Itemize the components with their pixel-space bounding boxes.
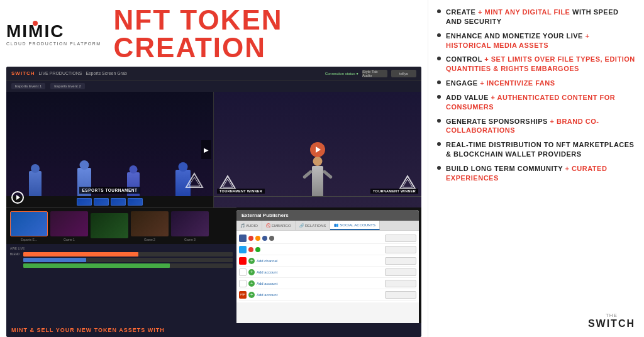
pub-select-4[interactable] xyxy=(385,268,416,276)
bullet-dot-7 xyxy=(437,142,441,146)
bullet-dot-4 xyxy=(437,80,441,84)
bullet-text-4: ENGAGE + INCENTIVIZE FANS xyxy=(446,79,555,88)
header-row: MIMIC CLOUD PRODUCTION PLATFORM NFT TOKE… xyxy=(6,6,421,62)
video-label-winner1: TOURNAMENT WINNER xyxy=(217,189,265,194)
add-channel-btn[interactable]: + xyxy=(248,258,255,264)
account-icon-2 xyxy=(239,280,247,287)
video-label-winner2: TOURNAMENT WINNER xyxy=(370,189,418,194)
pub-tab-embargo[interactable]: 🚫EMBARGO xyxy=(262,221,296,230)
pub-tab-audio[interactable]: 🎵AUDIO xyxy=(236,221,262,230)
breadcrumb-item-1[interactable]: Esports Event 1 xyxy=(11,83,45,89)
add-account-btn-3[interactable]: + xyxy=(248,292,255,298)
bullet-item-1: CREATE + MINT ANY DIGITAL FILE WITH SPEE… xyxy=(437,8,635,26)
bullet-item-3: CONTROL + SET LIMITS OVER FILE TYPES, ED… xyxy=(437,55,635,74)
status-dot-green xyxy=(255,247,260,252)
video-right: TOURNAMENT WINNER TOURNAMENT WINNER xyxy=(214,92,421,207)
add-account-btn-2[interactable]: + xyxy=(248,280,255,287)
status-dot-red-2 xyxy=(248,247,253,252)
pub-select-5[interactable] xyxy=(385,280,416,287)
status-dot-red xyxy=(248,236,253,241)
bullet-item-7: REAL-TIME DISTRIBUTION TO NFT MARKETPLAC… xyxy=(437,140,635,159)
bullet-text-3: CONTROL + SET LIMITS OVER FILE TYPES, ED… xyxy=(446,55,635,74)
add-channel-label[interactable]: Add channel xyxy=(257,259,277,263)
caption-text: MINT & SELL YOUR NEW TOKEN ASSETS WITH xyxy=(11,327,165,333)
pub-row-add-2: + Add account xyxy=(239,278,416,289)
pub-content: + Add channel + Add account xyxy=(236,231,419,302)
bullet-item-6: GENERATE SPONSORSHIPS + BRAND CO-COLLABO… xyxy=(437,117,635,136)
pub-tab-social[interactable]: 👥SOCIAL ACCOUNTS xyxy=(330,221,380,230)
add-account-label-3[interactable]: Add account xyxy=(257,293,277,297)
nav-arrow-left-video[interactable]: ▶ xyxy=(201,140,211,159)
ss-btn1[interactable]: Style Tab Audio xyxy=(362,70,387,77)
thumbnail-2[interactable] xyxy=(50,211,88,236)
pub-select-2[interactable] xyxy=(385,246,416,253)
ss-nav-esports: Esports Screen Grab xyxy=(86,71,126,75)
logo-area: MIMIC CLOUD PRODUCTION PLATFORM xyxy=(6,23,101,46)
ss-topbar: SWITCH LIVE PRODUCTIONS Esports Screen G… xyxy=(6,67,421,80)
logo-dot xyxy=(33,21,38,26)
bullet-text-7: REAL-TIME DISTRIBUTION TO NFT MARKETPLAC… xyxy=(446,140,635,159)
publishers-panel: External Publishers 🎵AUDIO 🚫EMBARGO 🔗REL… xyxy=(236,210,419,323)
video-left: ESPORTS TOURNAMENT ▶ xyxy=(6,92,214,207)
status-dot-other xyxy=(269,236,274,241)
ss-videos: ESPORTS TOURNAMENT ▶ xyxy=(6,92,421,207)
bullet-text-6: GENERATE SPONSORSHIPS + BRAND CO-COLLABO… xyxy=(446,117,635,136)
ftp-icon: FTP xyxy=(239,291,247,299)
tw-icon xyxy=(239,246,247,253)
pub-select-1[interactable] xyxy=(385,235,416,242)
svg-marker-1 xyxy=(189,177,200,186)
pub-row-3: + Add channel xyxy=(239,255,416,267)
pub-row-2 xyxy=(239,244,416,255)
add-account-label-1[interactable]: Add account xyxy=(257,270,277,274)
bullet-text-8: BUILD LONG TERM COMMUNITY + CURATED EXPE… xyxy=(446,164,635,183)
add-account-label-2[interactable]: Add account xyxy=(257,282,277,285)
status-dot-orange xyxy=(255,236,260,241)
bullet-dot-5 xyxy=(437,95,441,99)
screenshot-area: SWITCH LIVE PRODUCTIONS Esports Screen G… xyxy=(6,67,421,337)
ss-logo: SWITCH xyxy=(11,70,35,76)
pub-row-add-3: FTP + Add account xyxy=(239,289,416,301)
breadcrumb-item-2[interactable]: Esports Event 2 xyxy=(50,83,84,89)
bullet-dot-3 xyxy=(437,57,441,60)
logo-sub: CLOUD PRODUCTION PLATFORM xyxy=(6,41,101,46)
bullet-text-5: ADD VALUE + AUTHENTICATED CONTENT FOR CO… xyxy=(446,93,635,112)
ss-nav-live: LIVE PRODUCTIONS xyxy=(39,71,82,75)
pub-tab-relations[interactable]: 🔗RELATIONS xyxy=(296,221,331,230)
add-account-btn-1[interactable]: + xyxy=(248,269,255,275)
timeline-area: AWE LIVE BLEND xyxy=(6,244,236,323)
pub-row-1 xyxy=(239,233,416,244)
left-panel: MIMIC CLOUD PRODUCTION PLATFORM NFT TOKE… xyxy=(0,0,428,337)
fb-icon xyxy=(239,235,247,242)
video-label-esports: ESPORTS TOURNAMENT xyxy=(79,187,141,194)
page-title: NFT TOKEN CREATION xyxy=(114,6,421,62)
pub-header: External Publishers xyxy=(236,210,419,221)
bullet-dot-2 xyxy=(437,33,441,37)
right-panel: CREATE + MINT ANY DIGITAL FILE WITH SPEE… xyxy=(428,0,644,337)
bullet-dot-1 xyxy=(437,9,441,13)
logo-text: MIMIC xyxy=(6,23,64,40)
svg-marker-3 xyxy=(223,179,233,187)
thumbnail-3[interactable] xyxy=(91,213,128,238)
bullet-text-1: CREATE + MINT ANY DIGITAL FILE WITH SPEE… xyxy=(446,8,635,26)
main-container: MIMIC CLOUD PRODUCTION PLATFORM NFT TOKE… xyxy=(0,0,644,337)
ss-status: Connection status ● xyxy=(325,72,358,75)
play-button[interactable] xyxy=(310,142,325,157)
ss-breadcrumb: Esports Event 1 Esports Event 2 xyxy=(6,80,421,92)
svg-marker-0 xyxy=(186,174,203,187)
lower-section: Esports E... Game 1 xyxy=(6,207,421,323)
bullet-item-4: ENGAGE + INCENTIVIZE FANS xyxy=(437,79,635,88)
yt-icon xyxy=(239,257,247,265)
pub-tabs: 🎵AUDIO 🚫EMBARGO 🔗RELATIONS 👥SOCIAL ACCOU… xyxy=(236,221,419,231)
pub-select-6[interactable] xyxy=(385,291,416,299)
pub-select-3[interactable] xyxy=(385,257,416,265)
svg-marker-2 xyxy=(220,176,235,189)
thumbnail-1[interactable] xyxy=(10,211,48,236)
thumbnail-5[interactable] xyxy=(171,211,209,236)
ss-thumbnails: Esports E... Game 1 xyxy=(6,207,236,244)
switch-logo-area: THE SWITCH xyxy=(437,312,635,329)
ss-btn2[interactable]: tellyo xyxy=(391,70,416,77)
bullet-dot-6 xyxy=(437,119,441,123)
svg-marker-5 xyxy=(402,179,413,187)
thumbnail-4[interactable] xyxy=(131,211,169,236)
bullet-item-5: ADD VALUE + AUTHENTICATED CONTENT FOR CO… xyxy=(437,93,635,112)
